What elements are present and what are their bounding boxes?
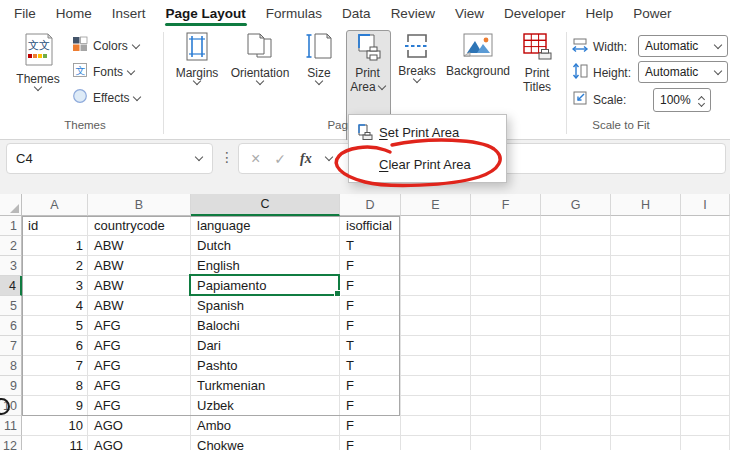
cell-A3[interactable]: 2 [22, 256, 88, 276]
cell-G6[interactable] [541, 316, 611, 336]
menu-tab-formulas[interactable]: Formulas [256, 1, 332, 28]
menu-tab-help[interactable]: Help [575, 1, 623, 28]
background-button[interactable]: Background [443, 32, 513, 78]
cell-I7[interactable] [681, 336, 730, 356]
cell-B2[interactable]: ABW [88, 236, 191, 256]
row-header-9[interactable]: 9 [0, 376, 22, 396]
cell-G5[interactable] [541, 296, 611, 316]
menu-tab-data[interactable]: Data [332, 1, 381, 28]
cell-D8[interactable]: T [340, 356, 401, 376]
cell-E6[interactable] [401, 316, 471, 336]
menu-item-clear-print-area[interactable]: Clear Print Area [349, 149, 506, 179]
menu-tab-file[interactable]: File [4, 1, 46, 28]
cell-D1[interactable]: isofficial [340, 216, 401, 236]
menu-tab-power[interactable]: Power [623, 1, 681, 28]
cell-F12[interactable] [471, 436, 541, 450]
cell-I6[interactable] [681, 316, 730, 336]
cell-C7[interactable]: Dari [191, 336, 340, 356]
cell-F4[interactable] [471, 276, 541, 296]
breaks-button[interactable]: Breaks [394, 32, 440, 82]
margins-button[interactable]: Margins [170, 32, 224, 84]
name-box[interactable]: C4 [6, 143, 213, 174]
cell-F9[interactable] [471, 376, 541, 396]
effects-button[interactable]: Effects [72, 88, 140, 108]
column-header-F[interactable]: F [471, 194, 541, 216]
cell-H6[interactable] [611, 316, 681, 336]
cell-A9[interactable]: 8 [22, 376, 88, 396]
cell-D7[interactable]: T [340, 336, 401, 356]
menu-tab-review[interactable]: Review [381, 1, 445, 28]
cell-D11[interactable]: F [340, 416, 401, 436]
row-header-8[interactable]: 8 [0, 356, 22, 376]
cell-C11[interactable]: Ambo [191, 416, 340, 436]
column-header-D[interactable]: D [340, 194, 401, 216]
cell-D5[interactable]: F [340, 296, 401, 316]
cell-D10[interactable]: F [340, 396, 401, 416]
cell-G4[interactable] [541, 276, 611, 296]
cell-D2[interactable]: T [340, 236, 401, 256]
cell-E9[interactable] [401, 376, 471, 396]
cell-B5[interactable]: ABW [88, 296, 191, 316]
cell-H7[interactable] [611, 336, 681, 356]
row-header-11[interactable]: 11 [0, 416, 22, 436]
cell-I1[interactable] [681, 216, 730, 236]
orientation-button[interactable]: Orientation [228, 32, 292, 84]
fx-chevron-icon[interactable] [325, 153, 333, 161]
cell-A7[interactable]: 6 [22, 336, 88, 356]
formula-bar-dots-icon[interactable]: ⋮ [220, 149, 234, 165]
cell-F3[interactable] [471, 256, 541, 276]
column-header-B[interactable]: B [88, 194, 191, 216]
cell-F1[interactable] [471, 216, 541, 236]
cell-H11[interactable] [611, 416, 681, 436]
cell-B12[interactable]: AGO [88, 436, 191, 450]
themes-button[interactable]: 文文 Themes [12, 32, 64, 90]
cancel-icon[interactable]: × [251, 151, 260, 167]
cell-A12[interactable]: 11 [22, 436, 88, 450]
name-box-chevron-icon[interactable] [195, 153, 203, 161]
width-dropdown[interactable]: Automatic [638, 35, 728, 57]
cell-E1[interactable] [401, 216, 471, 236]
menu-item-set-print-area[interactable]: Set Print Area [349, 117, 506, 147]
cell-H1[interactable] [611, 216, 681, 236]
row-header-5[interactable]: 5 [0, 296, 22, 316]
cell-B9[interactable]: AFG [88, 376, 191, 396]
cell-H8[interactable] [611, 356, 681, 376]
print-titles-button[interactable]: Print Titles [515, 32, 559, 94]
cell-H4[interactable] [611, 276, 681, 296]
select-all-corner[interactable] [0, 194, 22, 216]
cell-A2[interactable]: 1 [22, 236, 88, 256]
cell-E4[interactable] [401, 276, 471, 296]
menu-tab-view[interactable]: View [445, 1, 494, 28]
cell-G10[interactable] [541, 396, 611, 416]
cell-G12[interactable] [541, 436, 611, 450]
column-header-C[interactable]: C [191, 194, 340, 216]
cell-C2[interactable]: Dutch [191, 236, 340, 256]
cell-E7[interactable] [401, 336, 471, 356]
cell-H9[interactable] [611, 376, 681, 396]
cell-C3[interactable]: English [191, 256, 340, 276]
cell-H5[interactable] [611, 296, 681, 316]
cell-D12[interactable]: F [340, 436, 401, 450]
cell-B8[interactable]: AFG [88, 356, 191, 376]
cell-F11[interactable] [471, 416, 541, 436]
cell-C6[interactable]: Balochi [191, 316, 340, 336]
row-header-12[interactable]: 12 [0, 436, 22, 450]
cell-H12[interactable] [611, 436, 681, 450]
cell-I2[interactable] [681, 236, 730, 256]
cell-G11[interactable] [541, 416, 611, 436]
menu-tab-page-layout[interactable]: Page Layout [156, 1, 256, 28]
cell-E5[interactable] [401, 296, 471, 316]
size-button[interactable]: Size [298, 32, 340, 84]
menu-tab-developer[interactable]: Developer [494, 1, 576, 28]
cell-B7[interactable]: AFG [88, 336, 191, 356]
cell-A11[interactable]: 10 [22, 416, 88, 436]
cell-G3[interactable] [541, 256, 611, 276]
cell-F6[interactable] [471, 316, 541, 336]
column-header-I[interactable]: I [681, 194, 730, 216]
cell-A10[interactable]: 9 [22, 396, 88, 416]
cell-I5[interactable] [681, 296, 730, 316]
cell-B3[interactable]: ABW [88, 256, 191, 276]
cell-B6[interactable]: AFG [88, 316, 191, 336]
cell-I10[interactable] [681, 396, 730, 416]
height-dropdown[interactable]: Automatic [638, 61, 728, 83]
